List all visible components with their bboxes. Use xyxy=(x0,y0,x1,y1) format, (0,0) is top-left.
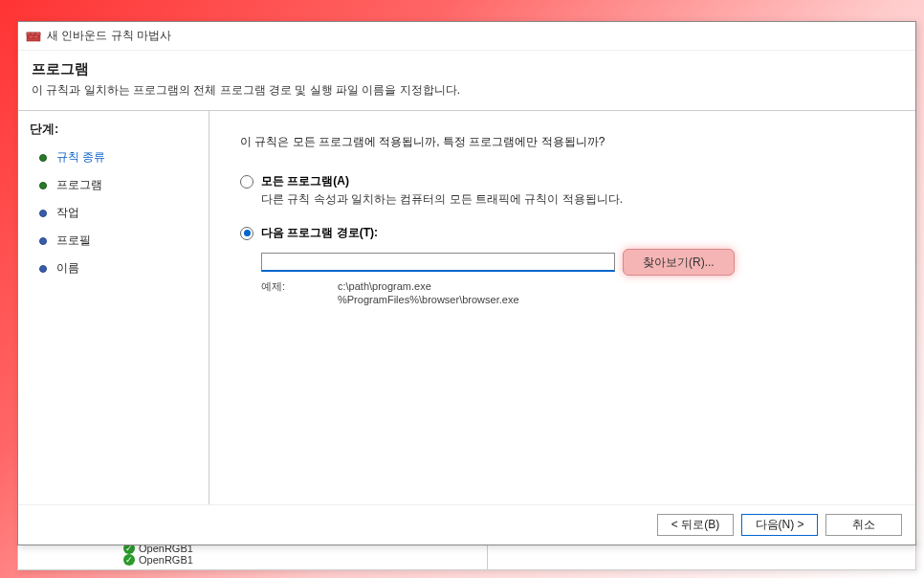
example-text: c:\path\program.exe %ProgramFiles%\brows… xyxy=(338,279,519,307)
step-label: 프로필 xyxy=(56,233,91,249)
window-title: 새 인바운드 규칙 마법사 xyxy=(47,28,171,44)
step-label: 규칙 종류 xyxy=(56,149,105,166)
example-line: c:\path\program.exe xyxy=(338,279,519,293)
example-label: 예제: xyxy=(261,279,338,307)
svg-rect-2 xyxy=(31,33,35,35)
step-program[interactable]: 프로그램 xyxy=(18,171,209,199)
body-area: 단계: 규칙 종류 프로그램 작업 프로필 이름 이 규 xyxy=(18,111,915,504)
example-line: %ProgramFiles%\browser\browser.exe xyxy=(338,293,519,306)
bg-list-item: ✓ OpenRGB1 xyxy=(123,554,193,566)
footer-buttons: < 뒤로(B) 다음(N) > 취소 xyxy=(18,504,915,545)
step-bullet-icon xyxy=(39,265,47,273)
wizard-window: 새 인바운드 규칙 마법사 프로그램 이 규칙과 일치하는 프로그램의 전체 프… xyxy=(17,21,916,545)
firewall-icon xyxy=(26,29,41,44)
step-bullet-icon xyxy=(39,210,47,217)
example-row: 예제: c:\path\program.exe %ProgramFiles%\b… xyxy=(261,279,885,307)
radio-label: 다음 프로그램 경로(T): xyxy=(261,225,378,241)
cancel-button[interactable]: 취소 xyxy=(825,514,902,536)
sidebar-header: 단계: xyxy=(18,119,209,144)
svg-rect-4 xyxy=(29,35,33,38)
step-profile[interactable]: 프로필 xyxy=(18,227,209,255)
svg-rect-1 xyxy=(27,33,31,35)
radio-label: 모든 프로그램(A) xyxy=(261,173,349,189)
step-label: 이름 xyxy=(56,260,79,277)
step-bullet-icon xyxy=(39,182,47,189)
question-text: 이 규칙은 모든 프로그램에 적용됩니까, 특정 프로그램에만 적용됩니까? xyxy=(240,134,885,150)
step-action[interactable]: 작업 xyxy=(18,199,209,227)
steps-sidebar: 단계: 규칙 종류 프로그램 작업 프로필 이름 xyxy=(18,111,209,504)
next-button[interactable]: 다음(N) > xyxy=(741,514,818,536)
program-path-input[interactable] xyxy=(261,253,615,272)
content-pane: 이 규칙은 모든 프로그램에 적용됩니까, 특정 프로그램에만 적용됩니까? 모… xyxy=(209,111,915,504)
check-icon: ✓ xyxy=(123,554,135,566)
radio-all-programs[interactable]: 모든 프로그램(A) xyxy=(240,173,885,189)
titlebar: 새 인바운드 규칙 마법사 xyxy=(18,22,915,51)
radio-all-description: 다른 규칙 속성과 일치하는 컴퓨터의 모든 트래픽에 규칙이 적용됩니다. xyxy=(261,191,885,208)
bg-item-label: OpenRGB1 xyxy=(139,554,193,566)
browse-button[interactable]: 찾아보기(R)... xyxy=(623,249,735,276)
step-bullet-icon xyxy=(39,237,47,245)
radio-icon xyxy=(240,175,253,189)
radio-icon xyxy=(240,227,253,240)
svg-rect-5 xyxy=(33,35,38,38)
header-section: 프로그램 이 규칙과 일치하는 프로그램의 전체 프로그램 경로 및 실행 파일… xyxy=(18,51,915,111)
radio-program-path[interactable]: 다음 프로그램 경로(T): xyxy=(240,225,885,241)
svg-rect-3 xyxy=(35,33,40,35)
back-button[interactable]: < 뒤로(B) xyxy=(657,514,734,536)
page-title: 프로그램 xyxy=(32,60,902,78)
step-rule-type[interactable]: 규칙 종류 xyxy=(18,144,209,171)
step-label: 작업 xyxy=(56,205,79,221)
page-description: 이 규칙과 일치하는 프로그램의 전체 프로그램 경로 및 실행 파일 이름을 … xyxy=(32,82,902,99)
step-label: 프로그램 xyxy=(56,177,102,193)
step-bullet-icon xyxy=(39,154,47,162)
step-name[interactable]: 이름 xyxy=(18,255,209,282)
path-input-row: 찾아보기(R)... xyxy=(261,249,885,276)
